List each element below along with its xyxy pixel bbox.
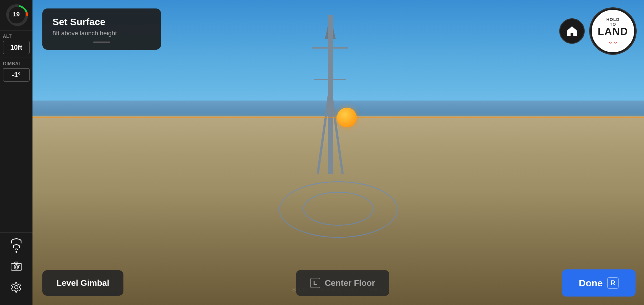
done-button[interactable]: Done R [562,269,636,297]
done-label: Done [579,278,603,289]
alt-value-box: 10ft [3,41,30,54]
info-title: Set Surface [53,16,151,27]
center-floor-label: Center Floor [325,278,375,288]
top-right-controls: HOLD TO LAND ⌄⌄ [559,8,636,54]
center-floor-button[interactable]: L Center Floor [296,270,389,296]
svg-point-6 [19,265,20,266]
orange-indicator [337,108,357,127]
chevron-down-icon: ⌄⌄ [608,38,618,45]
gimbal-label: GIMBAL [3,61,30,66]
done-key: R [607,277,619,289]
wifi-arc-large [11,238,21,243]
camera-icon[interactable] [11,261,22,273]
svg-point-7 [15,286,18,289]
hold-label-hold: HOLD [606,17,620,22]
wifi-icon[interactable] [11,238,21,253]
hold-to-land-button[interactable]: HOLD TO LAND ⌄⌄ [590,8,636,54]
gimbal-value: -1° [12,71,21,79]
home-button[interactable] [559,18,585,44]
center-floor-key: L [310,278,320,288]
landing-circle-inner [303,192,374,226]
wifi-dot [16,251,17,253]
hold-label-land: LAND [598,27,628,37]
svg-point-5 [15,266,18,268]
sidebar-icons [0,232,32,301]
sidebar: 19 ALT 10ft GIMBAL -1° [0,0,32,305]
battery-arc [6,4,29,27]
level-gimbal-button[interactable]: Level Gimbal [42,270,123,296]
info-subtitle: 8ft above launch height [53,30,151,37]
svg-point-4 [14,265,19,269]
battery-indicator: 19 [6,4,27,25]
gimbal-value-box: -1° [3,68,30,82]
home-icon [566,25,578,37]
alt-label: ALT [3,34,30,39]
settings-icon[interactable] [11,282,22,295]
drag-handle[interactable] [93,42,110,43]
wifi-arc-medium [13,244,20,248]
info-card: Set Surface 8ft above launch height [42,8,161,50]
crane-structure [308,15,353,174]
bottom-bar: Level Gimbal L Center Floor Done R [42,269,636,297]
alt-value: 10ft [10,43,22,51]
gimbal-section: GIMBAL -1° [0,58,32,85]
alt-section: ALT 10ft [0,30,32,58]
wifi-arc-small [15,249,18,250]
